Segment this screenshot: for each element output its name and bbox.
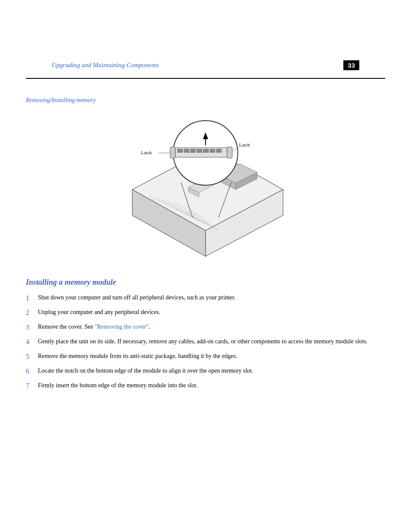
steps-list: 1 Shut down your computer and turn off a…: [26, 293, 385, 391]
svg-text:Latch: Latch: [239, 142, 250, 147]
removing-installing-heading: Removing/Installing memory: [26, 97, 385, 104]
svg-rect-21: [203, 149, 209, 152]
installing-heading: Installing a memory module: [26, 278, 385, 287]
step-text-7: Firmly insert the bottom edge of the mem…: [38, 381, 198, 390]
svg-rect-22: [210, 149, 215, 152]
page-header: Upgrading and Maintaining Components 33: [26, 0, 385, 79]
svg-rect-20: [197, 149, 202, 152]
svg-rect-25: [227, 147, 232, 158]
page-number: 33: [343, 60, 359, 70]
step-text-6: Locate the notch on the bottom edge of t…: [38, 366, 253, 375]
svg-text:Latch: Latch: [141, 150, 152, 155]
step-5: 5 Remove the memory module from its anti…: [26, 352, 385, 362]
step-7: 7 Firmly insert the bottom edge of the m…: [26, 381, 385, 391]
step-4: 4 Gently place the unit on its side. If …: [26, 337, 385, 347]
step-num-4: 4: [26, 337, 38, 347]
step-num-2: 2: [26, 308, 38, 318]
step-2: 2 Unplug your computer and any periphera…: [26, 308, 385, 318]
step-num-6: 6: [26, 366, 38, 376]
step-num-1: 1: [26, 293, 38, 303]
memory-diagram: Latch Latch: [26, 110, 385, 265]
svg-rect-17: [177, 149, 183, 152]
step-num-5: 5: [26, 352, 38, 362]
step-text-2: Unplug your computer and any peripheral …: [38, 308, 160, 317]
svg-rect-24: [170, 147, 175, 158]
chapter-title: Upgrading and Maintaining Components: [52, 62, 159, 69]
step-3: 3 Remove the cover. See "Removing the co…: [26, 322, 385, 333]
step-text-4: Gently place the unit on its side. If ne…: [38, 337, 367, 346]
step-text-3: Remove the cover. See "Removing the cove…: [38, 322, 150, 331]
removing-cover-link[interactable]: "Removing the cover": [95, 324, 149, 330]
step-num-3: 3: [26, 322, 38, 333]
svg-rect-18: [184, 149, 189, 152]
step-1: 1 Shut down your computer and turn off a…: [26, 293, 385, 303]
step-num-7: 7: [26, 381, 38, 391]
step-text-1: Shut down your computer and turn off all…: [38, 293, 236, 302]
page: Upgrading and Maintaining Components 33 …: [0, 0, 411, 532]
svg-rect-19: [190, 149, 196, 152]
step-6: 6 Locate the notch on the bottom edge of…: [26, 366, 385, 376]
step-text-5: Remove the memory module from its anti-s…: [38, 352, 237, 361]
svg-rect-23: [216, 149, 221, 152]
main-content: Removing/Installing memory: [0, 79, 411, 413]
